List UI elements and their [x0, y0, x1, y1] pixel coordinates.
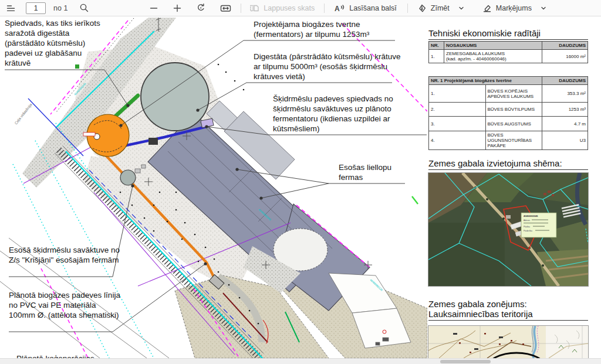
rotate-button[interactable] — [196, 3, 206, 13]
zoom-in-icon — [173, 4, 182, 13]
pdf-viewer-window: no 1 — [0, 0, 601, 364]
search-button[interactable] — [79, 3, 89, 13]
read-aloud-icon: A — [334, 4, 345, 13]
callout-digestate-store: Digestāta (pārstrādāto kūtsmēslu) krātuv… — [254, 52, 401, 81]
callout-slurry-collector: Esošā šķidrmēslu savāktuve no Z/s "Krišj… — [9, 245, 124, 265]
heading-technical-indicators: Tehniski ekonomiskie radītāji — [428, 28, 588, 40]
chevron-down-icon — [458, 5, 465, 12]
scrollbar-thumb[interactable] — [440, 360, 491, 363]
page-view-label: Lappuses skats — [264, 4, 315, 12]
fit-width-button[interactable] — [220, 4, 231, 13]
callout-pressure-pipe: Spiedvads, kas tiks ierīkots saražotā di… — [5, 18, 103, 68]
popup-row-label: Adrese: — [524, 219, 531, 222]
highlighter-icon — [482, 4, 492, 13]
horizontal-scrollbar[interactable] — [0, 358, 601, 364]
zoom-in-button[interactable] — [173, 4, 182, 13]
zoning-line2: Lauksaimniecības teritorija — [428, 309, 533, 319]
table-row: 2. BŪVES BŪVTILPUMS 1253 m³ — [429, 103, 588, 117]
draw-label: Zīmēt — [431, 4, 450, 12]
toc-icon — [6, 4, 15, 13]
table-biogas-tank: NR. 1 Projektējamā biogāzes tvertne DAUD… — [428, 76, 588, 150]
draw-icon — [417, 4, 427, 13]
toolbar-divider — [407, 4, 408, 13]
rotate-icon — [196, 3, 206, 13]
toc-button[interactable] — [6, 4, 15, 13]
pdf-page: 40460060046 40460060120 40460060046 Ceļa… — [0, 16, 601, 358]
draw-menu-chevron[interactable] — [458, 5, 465, 12]
topo-zoning-image — [428, 326, 588, 358]
table-row: 1. ZEMESGABALA LAUKUMS (kad. apzīm. - 40… — [429, 50, 588, 63]
page-count-label: no 1 — [53, 4, 67, 12]
highlight-button[interactable]: Marķējums — [482, 4, 532, 13]
right-info-panel: Tehniski ekonomiskie radītāji NR. NOSAUK… — [428, 16, 588, 358]
table-row: 4. BŪVES UGUNSNOTURĪBAS PAKĀPE U3 — [429, 131, 588, 150]
table-header-row: NR. NOSAUKUMS DAUDZUMS — [429, 42, 588, 50]
heading-location-scheme: Zemes gabala izvietojuma shēma: — [428, 158, 588, 170]
draw-button[interactable]: Zīmēt — [417, 4, 450, 13]
read-aloud-button[interactable]: A Lasīšana balsī — [334, 4, 397, 13]
zoning-line1: Zemes gabala zonējums: — [428, 299, 527, 309]
callout-fermenter: Projektējama biogāzes tvertne (fermentat… — [254, 19, 393, 39]
read-aloud-label: Lasīšana balsī — [349, 4, 397, 12]
highlight-menu-chevron[interactable] — [540, 5, 547, 12]
callout-slurry-pipe: Šķidrmēslu padeves spiedvads no šķidrmēs… — [273, 94, 427, 134]
popup-row-label: Piederība: — [524, 230, 533, 232]
heading-zoning: Zemes gabala zonējums: Lauksaimniecības … — [428, 299, 588, 321]
cell-name: ZEMESGABALA LAUKUMS — [446, 51, 505, 56]
popup-row-label: Platība: — [524, 226, 531, 228]
callout-cogeneration: Plānotā koģenerācijas — [16, 353, 146, 358]
fit-width-icon — [220, 4, 231, 13]
toolbar-divider — [241, 4, 241, 13]
callout-biogas-line: Plānotā biogāzes padeves līnija no PVC v… — [9, 290, 124, 320]
callout-cattle-farms: Esošas liellopu fermas — [339, 162, 403, 182]
table-row: 1. BŪVES KOPĒJAIS APBŪVES LAUKUMS 353.3 … — [429, 85, 588, 103]
map-info-popup: 40460060046 Adrese: Platība: Piederība: — [521, 213, 556, 237]
slurry-collector — [120, 170, 136, 185]
digestate-storage-tank — [141, 63, 209, 131]
aerial-location-image: 40460060046 Adrese: Platība: Piederība: — [428, 173, 588, 286]
pdf-toolbar: no 1 — [0, 0, 601, 16]
zoom-out-button[interactable] — [149, 4, 158, 13]
toolbar-divider — [324, 4, 325, 13]
page-number-input[interactable] — [26, 2, 46, 14]
popup-title: 40460060046 — [524, 215, 538, 217]
page-view-icon — [249, 4, 259, 13]
road-centerline-label: Ceļa vidaslīnija — [13, 103, 33, 126]
highlight-label: Marķējums — [496, 4, 532, 12]
table-row: 3. BŪVES AUGSTUMS 4.7 m — [429, 117, 588, 131]
search-icon — [79, 3, 89, 13]
chevron-down-icon — [540, 5, 547, 12]
cell-name2: (kad. apzīm. - 40460060046) — [446, 56, 507, 62]
zoom-out-icon — [149, 4, 158, 13]
svg-text:A: A — [335, 4, 340, 12]
table-technical-indicators: NR. NOSAUKUMS DAUDZUMS 1. ZEMESGABALA LA… — [428, 41, 588, 63]
page-view-button[interactable]: Lappuses skats — [249, 4, 315, 13]
table-header-row: NR. 1 Projektējamā biogāzes tvertne DAUD… — [429, 77, 588, 85]
